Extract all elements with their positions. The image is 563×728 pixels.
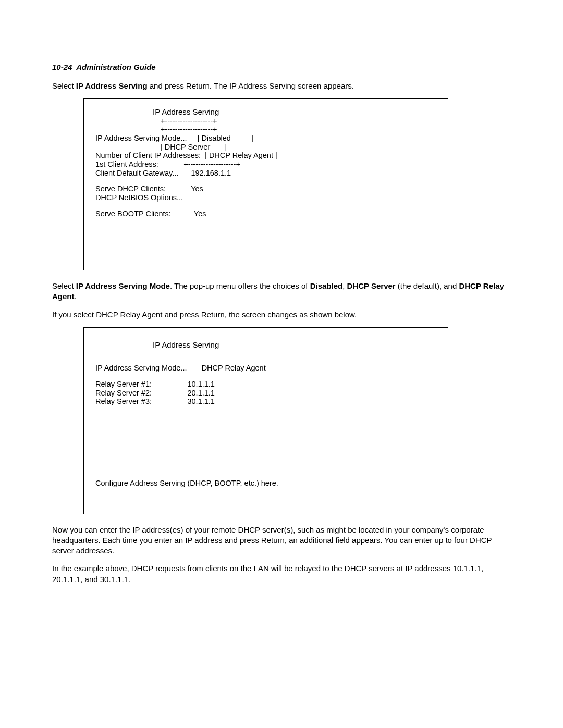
screen1-gateway-line: Client Default Gateway... 192.168.1.1 bbox=[95, 169, 436, 178]
terminal-screen-1: IP Address Serving +-------------------+… bbox=[83, 98, 448, 270]
bold-disabled: Disabled bbox=[310, 281, 343, 290]
screen1-dhcpserver-line: | DHCP Server | bbox=[95, 143, 436, 152]
text: . bbox=[75, 292, 77, 301]
text: (the default), and bbox=[396, 281, 459, 290]
text: Select bbox=[52, 281, 76, 290]
screen2-footer: Configure Address Serving (DHCP, BOOTP, … bbox=[95, 479, 436, 488]
bold-ip-address-serving: IP Address Serving bbox=[76, 81, 148, 90]
guide-title: Administration Guide bbox=[76, 63, 156, 71]
intro-paragraph-1: Select IP Address Serving and press Retu… bbox=[52, 81, 511, 91]
screen2-rs1: Relay Server #1: 10.1.1.1 bbox=[95, 380, 436, 389]
screen1-serve-dhcp-line: Serve DHCP Clients: Yes bbox=[95, 184, 436, 193]
screen2-mode-line: IP Address Serving Mode... DHCP Relay Ag… bbox=[95, 364, 436, 373]
text: , bbox=[342, 281, 347, 290]
page-ref: 10-24 bbox=[52, 63, 72, 71]
screen1-serve-bootp-line: Serve BOOTP Clients: Yes bbox=[95, 209, 436, 218]
screen2-rs2: Relay Server #2: 20.1.1.1 bbox=[95, 389, 436, 398]
screen1-rule2: +-------------------+ bbox=[95, 125, 436, 134]
screen1-title: IP Address Serving bbox=[95, 107, 436, 116]
text: Select bbox=[52, 81, 76, 90]
text: and press Return. The IP Address Serving… bbox=[148, 81, 354, 90]
screen1-netbios-line: DHCP NetBIOS Options... bbox=[95, 193, 436, 202]
screen1-rule: +-------------------+ bbox=[95, 117, 436, 126]
paragraph-3: If you select DHCP Relay Agent and press… bbox=[52, 310, 511, 320]
screen1-firstclient-line: 1st Client Address: +-------------------… bbox=[95, 160, 436, 169]
text: . The pop-up menu offers the choices of bbox=[170, 281, 310, 290]
page-header: 10-24 Administration Guide bbox=[52, 63, 511, 71]
paragraph-2: Select IP Address Serving Mode. The pop-… bbox=[52, 281, 511, 302]
screen1-mode-line: IP Address Serving Mode... | Disabled | bbox=[95, 134, 436, 143]
screen1-numclients-line: Number of Client IP Addresses: | DHCP Re… bbox=[95, 151, 436, 160]
terminal-screen-2: IP Address Serving IP Address Serving Mo… bbox=[83, 327, 448, 514]
bold-mode: IP Address Serving Mode bbox=[76, 281, 170, 290]
paragraph-5: In the example above, DHCP requests from… bbox=[52, 563, 511, 585]
bold-dhcp-server: DHCP Server bbox=[347, 281, 396, 290]
paragraph-4: Now you can enter the IP address(es) of … bbox=[52, 525, 511, 557]
screen2-title: IP Address Serving bbox=[95, 340, 436, 349]
page-content: 10-24 Administration Guide Select IP Add… bbox=[0, 0, 563, 623]
screen2-rs3: Relay Server #3: 30.1.1.1 bbox=[95, 397, 436, 406]
